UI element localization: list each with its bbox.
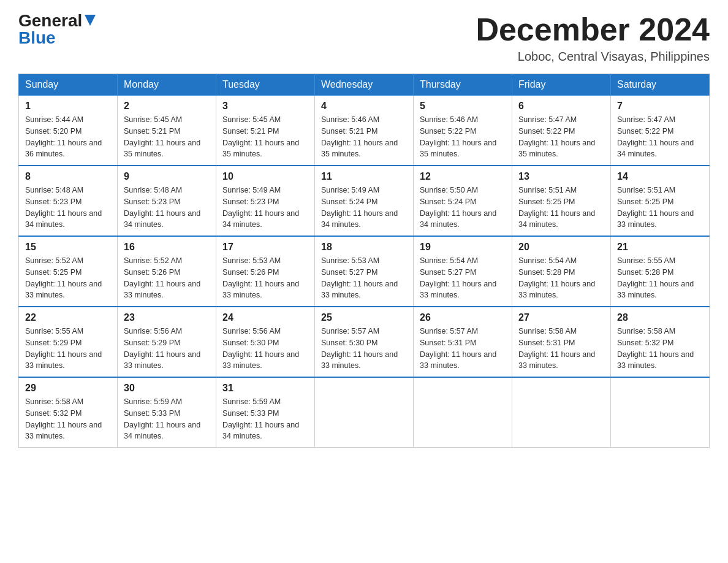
- day-number: 12: [420, 171, 506, 182]
- calendar-cell: 15Sunrise: 5:52 AMSunset: 5:25 PMDayligh…: [19, 236, 118, 307]
- calendar-cell: 6Sunrise: 5:47 AMSunset: 5:22 PMDaylight…: [512, 96, 611, 166]
- calendar-cell: 16Sunrise: 5:52 AMSunset: 5:26 PMDayligh…: [118, 236, 216, 307]
- day-info: Sunrise: 5:55 AMSunset: 5:29 PMDaylight:…: [25, 326, 111, 372]
- logo-general-text: General: [18, 12, 82, 29]
- day-number: 28: [617, 312, 703, 323]
- logo-triangle-icon: [85, 15, 96, 28]
- calendar-cell: 1Sunrise: 5:44 AMSunset: 5:20 PMDaylight…: [19, 96, 118, 166]
- calendar-week-row: 29Sunrise: 5:58 AMSunset: 5:32 PMDayligh…: [19, 377, 710, 448]
- calendar-cell: 27Sunrise: 5:58 AMSunset: 5:31 PMDayligh…: [512, 307, 611, 377]
- day-info: Sunrise: 5:47 AMSunset: 5:22 PMDaylight:…: [518, 114, 604, 160]
- day-info: Sunrise: 5:53 AMSunset: 5:27 PMDaylight:…: [321, 255, 407, 301]
- logo-blue-text: Blue: [18, 29, 56, 47]
- day-info: Sunrise: 5:51 AMSunset: 5:25 PMDaylight:…: [518, 185, 604, 231]
- calendar-cell: 22Sunrise: 5:55 AMSunset: 5:29 PMDayligh…: [19, 307, 118, 377]
- day-number: 10: [222, 171, 308, 182]
- column-header-sunday: Sunday: [19, 74, 118, 96]
- calendar-cell: 9Sunrise: 5:48 AMSunset: 5:23 PMDaylight…: [118, 166, 216, 236]
- calendar-week-row: 1Sunrise: 5:44 AMSunset: 5:20 PMDaylight…: [19, 96, 710, 166]
- calendar-cell: 5Sunrise: 5:46 AMSunset: 5:22 PMDaylight…: [414, 96, 512, 166]
- day-number: 8: [25, 171, 111, 182]
- calendar-header-row: SundayMondayTuesdayWednesdayThursdayFrid…: [19, 74, 710, 96]
- day-info: Sunrise: 5:54 AMSunset: 5:27 PMDaylight:…: [420, 255, 506, 301]
- day-info: Sunrise: 5:45 AMSunset: 5:21 PMDaylight:…: [222, 114, 308, 160]
- svg-marker-0: [85, 15, 96, 26]
- calendar-cell: [414, 377, 512, 448]
- day-number: 6: [518, 101, 604, 112]
- day-number: 11: [321, 171, 407, 182]
- day-info: Sunrise: 5:52 AMSunset: 5:26 PMDaylight:…: [124, 255, 210, 301]
- column-header-thursday: Thursday: [414, 74, 512, 96]
- day-info: Sunrise: 5:58 AMSunset: 5:31 PMDaylight:…: [518, 326, 604, 372]
- day-info: Sunrise: 5:53 AMSunset: 5:26 PMDaylight:…: [222, 255, 308, 301]
- day-number: 24: [222, 312, 308, 323]
- day-info: Sunrise: 5:51 AMSunset: 5:25 PMDaylight:…: [617, 185, 703, 231]
- calendar-cell: 13Sunrise: 5:51 AMSunset: 5:25 PMDayligh…: [512, 166, 611, 236]
- day-number: 2: [124, 101, 210, 112]
- day-info: Sunrise: 5:48 AMSunset: 5:23 PMDaylight:…: [124, 185, 210, 231]
- calendar-cell: 24Sunrise: 5:56 AMSunset: 5:30 PMDayligh…: [216, 307, 315, 377]
- day-number: 19: [420, 242, 506, 253]
- calendar-cell: 7Sunrise: 5:47 AMSunset: 5:22 PMDaylight…: [611, 96, 710, 166]
- calendar-cell: 31Sunrise: 5:59 AMSunset: 5:33 PMDayligh…: [216, 377, 315, 448]
- logo: General Blue: [18, 12, 96, 47]
- day-info: Sunrise: 5:59 AMSunset: 5:33 PMDaylight:…: [222, 396, 308, 442]
- day-info: Sunrise: 5:47 AMSunset: 5:22 PMDaylight:…: [617, 114, 703, 160]
- month-title: December 2024: [476, 12, 710, 47]
- calendar-cell: 28Sunrise: 5:58 AMSunset: 5:32 PMDayligh…: [611, 307, 710, 377]
- day-info: Sunrise: 5:49 AMSunset: 5:24 PMDaylight:…: [321, 185, 407, 231]
- day-info: Sunrise: 5:57 AMSunset: 5:31 PMDaylight:…: [420, 326, 506, 372]
- calendar-cell: [512, 377, 611, 448]
- calendar-cell: 11Sunrise: 5:49 AMSunset: 5:24 PMDayligh…: [315, 166, 414, 236]
- day-number: 27: [518, 312, 604, 323]
- day-info: Sunrise: 5:48 AMSunset: 5:23 PMDaylight:…: [25, 185, 111, 231]
- calendar-cell: 17Sunrise: 5:53 AMSunset: 5:26 PMDayligh…: [216, 236, 315, 307]
- column-header-saturday: Saturday: [611, 74, 710, 96]
- day-info: Sunrise: 5:46 AMSunset: 5:21 PMDaylight:…: [321, 114, 407, 160]
- calendar-cell: 21Sunrise: 5:55 AMSunset: 5:28 PMDayligh…: [611, 236, 710, 307]
- day-info: Sunrise: 5:58 AMSunset: 5:32 PMDaylight:…: [25, 396, 111, 442]
- column-header-monday: Monday: [118, 74, 216, 96]
- day-info: Sunrise: 5:56 AMSunset: 5:29 PMDaylight:…: [124, 326, 210, 372]
- day-number: 31: [222, 383, 308, 394]
- calendar-cell: 3Sunrise: 5:45 AMSunset: 5:21 PMDaylight…: [216, 96, 315, 166]
- day-number: 23: [124, 312, 210, 323]
- day-info: Sunrise: 5:57 AMSunset: 5:30 PMDaylight:…: [321, 326, 407, 372]
- calendar-cell: 30Sunrise: 5:59 AMSunset: 5:33 PMDayligh…: [118, 377, 216, 448]
- page-header: General Blue December 2024 Loboc, Centra…: [18, 12, 710, 64]
- column-header-wednesday: Wednesday: [315, 74, 414, 96]
- day-number: 18: [321, 242, 407, 253]
- day-number: 13: [518, 171, 604, 182]
- calendar-cell: 10Sunrise: 5:49 AMSunset: 5:23 PMDayligh…: [216, 166, 315, 236]
- day-number: 26: [420, 312, 506, 323]
- calendar-cell: 14Sunrise: 5:51 AMSunset: 5:25 PMDayligh…: [611, 166, 710, 236]
- calendar-table: SundayMondayTuesdayWednesdayThursdayFrid…: [18, 74, 710, 448]
- day-number: 17: [222, 242, 308, 253]
- day-info: Sunrise: 5:59 AMSunset: 5:33 PMDaylight:…: [124, 396, 210, 442]
- day-info: Sunrise: 5:49 AMSunset: 5:23 PMDaylight:…: [222, 185, 308, 231]
- calendar-cell: 18Sunrise: 5:53 AMSunset: 5:27 PMDayligh…: [315, 236, 414, 307]
- title-section: December 2024 Loboc, Central Visayas, Ph…: [476, 12, 710, 64]
- calendar-week-row: 8Sunrise: 5:48 AMSunset: 5:23 PMDaylight…: [19, 166, 710, 236]
- calendar-cell: [315, 377, 414, 448]
- day-number: 1: [25, 101, 111, 112]
- day-info: Sunrise: 5:50 AMSunset: 5:24 PMDaylight:…: [420, 185, 506, 231]
- day-number: 9: [124, 171, 210, 182]
- day-number: 29: [25, 383, 111, 394]
- calendar-cell: 2Sunrise: 5:45 AMSunset: 5:21 PMDaylight…: [118, 96, 216, 166]
- day-info: Sunrise: 5:54 AMSunset: 5:28 PMDaylight:…: [518, 255, 604, 301]
- day-number: 16: [124, 242, 210, 253]
- day-info: Sunrise: 5:55 AMSunset: 5:28 PMDaylight:…: [617, 255, 703, 301]
- calendar-cell: 25Sunrise: 5:57 AMSunset: 5:30 PMDayligh…: [315, 307, 414, 377]
- column-header-tuesday: Tuesday: [216, 74, 315, 96]
- day-number: 15: [25, 242, 111, 253]
- location-text: Loboc, Central Visayas, Philippines: [476, 50, 710, 64]
- calendar-cell: 12Sunrise: 5:50 AMSunset: 5:24 PMDayligh…: [414, 166, 512, 236]
- day-number: 7: [617, 101, 703, 112]
- calendar-cell: 20Sunrise: 5:54 AMSunset: 5:28 PMDayligh…: [512, 236, 611, 307]
- day-number: 14: [617, 171, 703, 182]
- calendar-week-row: 15Sunrise: 5:52 AMSunset: 5:25 PMDayligh…: [19, 236, 710, 307]
- day-info: Sunrise: 5:45 AMSunset: 5:21 PMDaylight:…: [124, 114, 210, 160]
- day-number: 21: [617, 242, 703, 253]
- day-number: 25: [321, 312, 407, 323]
